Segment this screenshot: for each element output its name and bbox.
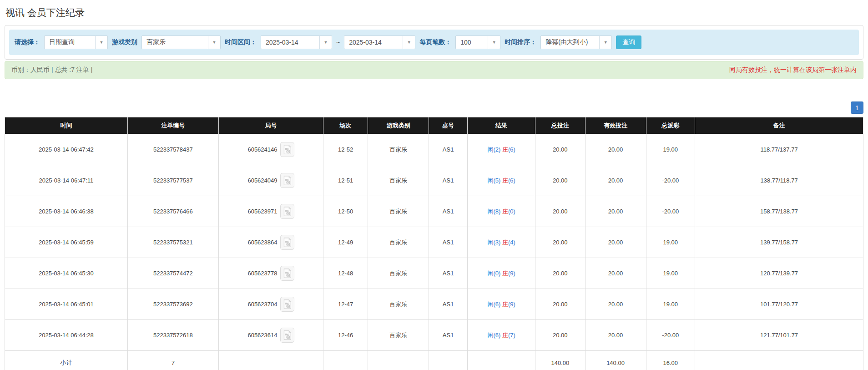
remark: 120.77/139.77 <box>695 258 863 289</box>
result-cell: 闲(0) 庄(9) <box>468 258 535 289</box>
date-from-value: 2025-03-14 <box>261 36 319 49</box>
select-type-label: 请选择： <box>15 38 40 46</box>
date-to-select[interactable]: 2025-03-14 ▼ <box>344 35 415 49</box>
column-header: 游戏类别 <box>368 117 429 134</box>
result-banker: 庄 <box>502 208 508 215</box>
result-banker-count: (6) <box>508 177 515 184</box>
video-record-icon[interactable] <box>280 173 294 188</box>
total-bet-link[interactable]: 20.00 <box>535 289 585 320</box>
column-header: 总投注 <box>535 117 585 134</box>
result-cell: 闲(3) 庄(4) <box>468 227 535 258</box>
search-button[interactable]: 查询 <box>616 35 641 49</box>
total-bet-link[interactable]: 20.00 <box>535 227 585 258</box>
session-number: 12-48 <box>323 258 368 289</box>
table-number: AS1 <box>429 289 468 320</box>
game-type: 百家乐 <box>368 165 429 196</box>
time-sort-select[interactable]: 降冪(由大到小) ▼ <box>540 35 612 49</box>
time-sort-value: 降冪(由大到小) <box>541 36 599 49</box>
chevron-down-icon: ▼ <box>208 36 220 49</box>
payout: 19.00 <box>646 258 695 289</box>
bet-records-table: 时间注单编号局号场次游戏类别桌号结果总投注有效投注总派彩备注 2025-03-1… <box>5 117 863 370</box>
valid-bet: 20.00 <box>585 258 646 289</box>
round-number-cell: 605623778 <box>218 258 323 289</box>
game-type-value: 百家乐 <box>142 36 208 49</box>
game-type: 百家乐 <box>368 227 429 258</box>
session-number: 12-50 <box>323 196 368 227</box>
video-record-icon[interactable] <box>280 142 294 157</box>
bet-number: 522337575321 <box>127 227 218 258</box>
bet-number: 522337572618 <box>127 320 218 351</box>
table-header-row: 时间注单编号局号场次游戏类别桌号结果总投注有效投注总派彩备注 <box>5 117 863 134</box>
total-bet-link[interactable]: 20.00 <box>535 320 585 351</box>
total-bet-link[interactable]: 20.00 <box>535 134 585 165</box>
round-number: 605623864 <box>247 239 277 246</box>
result-player: 闲(5) <box>487 177 502 184</box>
bet-time: 2025-03-14 06:47:11 <box>5 165 128 196</box>
game-type: 百家乐 <box>368 289 429 320</box>
column-header: 时间 <box>5 117 128 134</box>
remark: 158.77/138.77 <box>695 196 863 227</box>
total-bet-link[interactable]: 20.00 <box>535 165 585 196</box>
date-to-value: 2025-03-14 <box>344 36 403 49</box>
subtotal-valid-bet: 140.00 <box>585 351 646 370</box>
date-from-select[interactable]: 2025-03-14 ▼ <box>261 35 332 49</box>
total-bet-link[interactable]: 20.00 <box>535 196 585 227</box>
total-bet-link[interactable]: 20.00 <box>535 258 585 289</box>
round-number: 605623614 <box>247 332 277 339</box>
video-record-icon[interactable] <box>280 204 294 219</box>
column-header: 注单编号 <box>127 117 218 134</box>
result-banker-count: (0) <box>508 208 515 215</box>
table-row: 2025-03-14 06:46:38 522337576466 6056239… <box>5 196 863 227</box>
round-number-cell: 605623614 <box>218 320 323 351</box>
bet-number: 522337573692 <box>127 289 218 320</box>
game-type-label: 游戏类别 <box>112 38 137 46</box>
game-type-select[interactable]: 百家乐 ▼ <box>141 35 221 49</box>
currency-total-text: 币别：人民币 | 总共 :7 注单 | <box>11 66 92 74</box>
video-record-icon[interactable] <box>280 235 294 250</box>
round-number: 605623778 <box>247 270 277 277</box>
payout: -20.00 <box>646 320 695 351</box>
remark: 138.77/118.77 <box>695 165 863 196</box>
page-size-label: 每页笔数： <box>419 38 451 46</box>
round-number-cell: 605624146 <box>218 134 323 165</box>
query-type-select[interactable]: 日期查询 ▼ <box>44 35 108 49</box>
bet-time: 2025-03-14 06:44:28 <box>5 320 128 351</box>
round-number-cell: 605623971 <box>218 196 323 227</box>
game-type: 百家乐 <box>368 320 429 351</box>
bet-number: 522337574472 <box>127 258 218 289</box>
result-banker: 庄 <box>502 177 508 184</box>
result-player: 闲(2) <box>487 146 502 153</box>
valid-bet-notice: 同局有效投注，统一计算在该局第一张注单内 <box>729 66 857 74</box>
page-size-select[interactable]: 100 ▼ <box>455 35 500 49</box>
chevron-down-icon: ▼ <box>599 36 611 49</box>
result-banker-count: (6) <box>508 146 515 153</box>
video-record-icon[interactable] <box>280 266 294 281</box>
valid-bet: 20.00 <box>585 227 646 258</box>
table-number: AS1 <box>429 227 468 258</box>
result-banker-count: (9) <box>508 270 515 277</box>
result-banker-count: (7) <box>508 332 515 339</box>
result-banker: 庄 <box>502 301 508 308</box>
video-record-icon[interactable] <box>280 328 294 343</box>
payout: 19.00 <box>646 289 695 320</box>
payout: -20.00 <box>646 196 695 227</box>
range-tilde: ~ <box>336 39 340 46</box>
filter-panel: 请选择： 日期查询 ▼ 游戏类别 百家乐 ▼ 时间区间： 2025-03-14 … <box>5 25 863 60</box>
page-1-button[interactable]: 1 <box>851 101 863 114</box>
page: 视讯 会员下注纪录 请选择： 日期查询 ▼ 游戏类别 百家乐 ▼ 时间区间： 2… <box>0 0 868 370</box>
chevron-down-icon: ▼ <box>488 36 500 49</box>
remark: 101.77/120.77 <box>695 289 863 320</box>
game-type: 百家乐 <box>368 258 429 289</box>
info-bar: 币别：人民币 | 总共 :7 注单 | 同局有效投注，统一计算在该局第一张注单内 <box>5 61 863 79</box>
table-body: 2025-03-14 06:47:42 522337578437 6056241… <box>5 134 863 370</box>
chevron-down-icon: ▼ <box>319 36 332 49</box>
result-cell: 闲(8) 庄(0) <box>468 196 535 227</box>
column-header: 桌号 <box>429 117 468 134</box>
column-header: 结果 <box>468 117 535 134</box>
round-number: 605623971 <box>247 208 277 215</box>
result-player: 闲(6) <box>487 332 502 339</box>
subtotal-count: 7 <box>127 351 218 370</box>
game-type: 百家乐 <box>368 196 429 227</box>
video-record-icon[interactable] <box>280 297 294 312</box>
pagination-top: 1 <box>5 101 863 114</box>
